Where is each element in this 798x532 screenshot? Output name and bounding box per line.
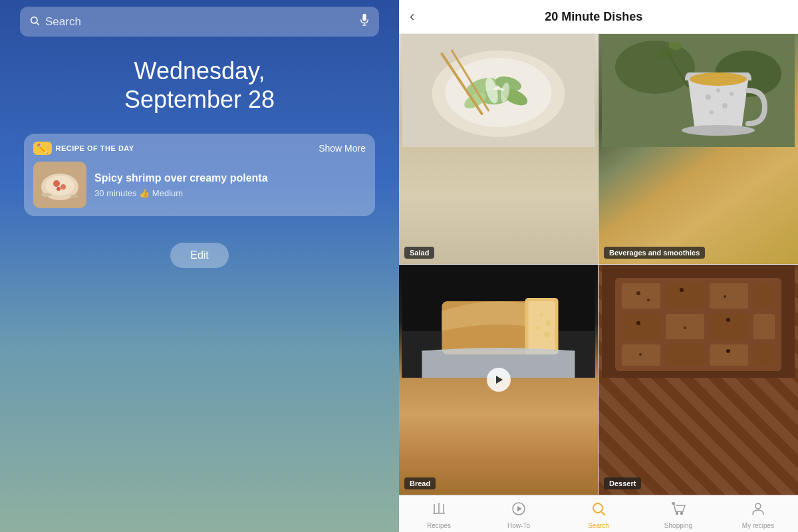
svg-marker-47 xyxy=(496,376,503,384)
svg-point-44 xyxy=(546,321,551,326)
svg-rect-61 xyxy=(753,344,775,366)
bottom-nav: Recipes How-To Search xyxy=(399,495,798,532)
featured-recipe-item[interactable]: Spicy shrimp over creamy polenta 30 minu… xyxy=(33,162,366,208)
svg-point-12 xyxy=(70,195,78,198)
svg-rect-2 xyxy=(362,14,366,21)
svg-point-68 xyxy=(726,318,730,322)
svg-point-70 xyxy=(726,349,730,353)
svg-point-33 xyxy=(690,72,747,86)
svg-point-31 xyxy=(710,110,714,114)
back-button[interactable]: ‹ xyxy=(410,8,414,25)
recipes-label: Recipes xyxy=(427,522,451,529)
svg-marker-76 xyxy=(517,506,522,511)
fennel-salad-image: Salad xyxy=(399,34,598,264)
svg-point-26 xyxy=(615,41,695,94)
featured-recipe-info: Spicy shrimp over creamy polenta 30 minu… xyxy=(94,172,268,198)
svg-rect-56 xyxy=(710,314,748,339)
right-header: ‹ 20 Minute Dishes xyxy=(399,0,798,34)
mic-icon[interactable] xyxy=(359,13,370,30)
shopping-label: Shopping xyxy=(664,522,692,529)
date-line1: Wednesday, xyxy=(124,57,275,85)
svg-point-32 xyxy=(730,92,733,96)
bread-category-badge: Bread xyxy=(404,477,436,489)
date-line2: September 28 xyxy=(124,85,275,114)
myrecipes-label: My recipes xyxy=(742,522,774,529)
play-button[interactable] xyxy=(487,368,511,392)
recipes-grid: Salad Fennel, arugula, and apple salad ★… xyxy=(399,34,798,495)
show-more-button[interactable]: Show More xyxy=(319,143,366,154)
svg-point-67 xyxy=(684,327,686,329)
howto-label: How-To xyxy=(507,522,530,529)
featured-recipe-image xyxy=(33,162,86,208)
svg-point-43 xyxy=(540,313,544,317)
svg-rect-59 xyxy=(666,344,704,366)
nav-item-shopping[interactable]: Shopping xyxy=(638,501,718,529)
search-input[interactable] xyxy=(45,15,354,29)
myrecipes-icon xyxy=(750,501,766,520)
nav-item-search[interactable]: Search xyxy=(559,501,638,529)
turmeric-latte-image: Beverages and smoothies xyxy=(598,34,798,264)
svg-point-11 xyxy=(41,193,52,197)
latte-category-badge: Beverages and smoothies xyxy=(604,247,705,259)
search-nav-icon xyxy=(591,501,606,520)
svg-rect-53 xyxy=(753,283,775,309)
svg-point-45 xyxy=(537,326,541,330)
right-panel: ‹ 20 Minute Dishes xyxy=(399,0,798,532)
svg-rect-42 xyxy=(529,301,555,351)
nav-item-howto[interactable]: How-To xyxy=(479,501,559,529)
recipe-of-day-label: ✏️ RECIPE OF THE DAY xyxy=(33,142,134,155)
svg-point-0 xyxy=(31,17,37,23)
svg-point-64 xyxy=(680,288,684,292)
featured-recipe-meta: 30 minutes 👍 Medium xyxy=(94,188,268,198)
featured-recipe-title: Spicy shrimp over creamy polenta xyxy=(94,172,268,186)
search-nav-label: Search xyxy=(588,522,609,529)
search-icon xyxy=(29,15,40,29)
svg-rect-51 xyxy=(666,283,704,309)
search-bar[interactable] xyxy=(20,7,379,37)
svg-rect-50 xyxy=(622,283,660,309)
svg-rect-57 xyxy=(753,314,775,339)
blondies-image: Dessert xyxy=(598,265,798,495)
svg-point-66 xyxy=(636,321,640,325)
svg-point-65 xyxy=(724,295,726,298)
nav-item-recipes[interactable]: Recipes xyxy=(399,501,479,529)
salad-category-badge: Salad xyxy=(404,247,434,259)
svg-rect-54 xyxy=(622,314,660,339)
nav-item-myrecipes[interactable]: My recipes xyxy=(718,501,798,529)
svg-point-63 xyxy=(647,299,650,301)
howto-icon xyxy=(511,501,527,520)
svg-point-80 xyxy=(676,513,678,515)
svg-point-9 xyxy=(61,184,66,190)
edit-button[interactable]: Edit xyxy=(170,243,229,268)
svg-line-78 xyxy=(602,512,606,516)
svg-rect-60 xyxy=(710,344,748,366)
svg-point-69 xyxy=(639,353,642,356)
recipe-card-white-bread[interactable]: Bread Homemade white bread ♡ ⊡ xyxy=(399,265,598,495)
svg-point-82 xyxy=(755,503,761,509)
svg-point-77 xyxy=(593,503,602,513)
recipe-of-day-card[interactable]: ✏️ RECIPE OF THE DAY Show More Spi xyxy=(24,134,375,216)
white-bread-image: Bread xyxy=(399,265,598,495)
recipes-icon xyxy=(431,501,447,520)
svg-point-28 xyxy=(706,94,711,100)
left-panel: Wednesday, September 28 ✏️ RECIPE OF THE… xyxy=(0,0,399,532)
recipe-card-blondies[interactable]: Dessert Classic blondies ★★★★★ ♡ ⊡ xyxy=(598,265,798,495)
recipe-card-header: ✏️ RECIPE OF THE DAY Show More xyxy=(33,142,366,155)
svg-point-29 xyxy=(716,88,720,92)
svg-point-7 xyxy=(45,176,74,196)
shopping-icon xyxy=(670,501,686,520)
svg-line-1 xyxy=(37,23,39,25)
date-display: Wednesday, September 28 xyxy=(124,57,275,114)
svg-point-10 xyxy=(57,187,61,191)
blondies-category-badge: Dessert xyxy=(604,477,641,489)
svg-point-81 xyxy=(681,513,683,515)
svg-rect-52 xyxy=(710,283,748,309)
svg-point-34 xyxy=(682,125,755,136)
page-title: 20 Minute Dishes xyxy=(420,10,767,24)
svg-point-62 xyxy=(636,291,640,295)
svg-point-8 xyxy=(53,180,60,187)
recipe-emoji: ✏️ xyxy=(33,142,52,155)
recipe-card-fennel-salad[interactable]: Salad Fennel, arugula, and apple salad ★… xyxy=(399,34,598,265)
svg-point-30 xyxy=(722,103,728,108)
recipe-card-turmeric-latte[interactable]: Beverages and smoothies Fresh turmeric l… xyxy=(598,34,798,265)
